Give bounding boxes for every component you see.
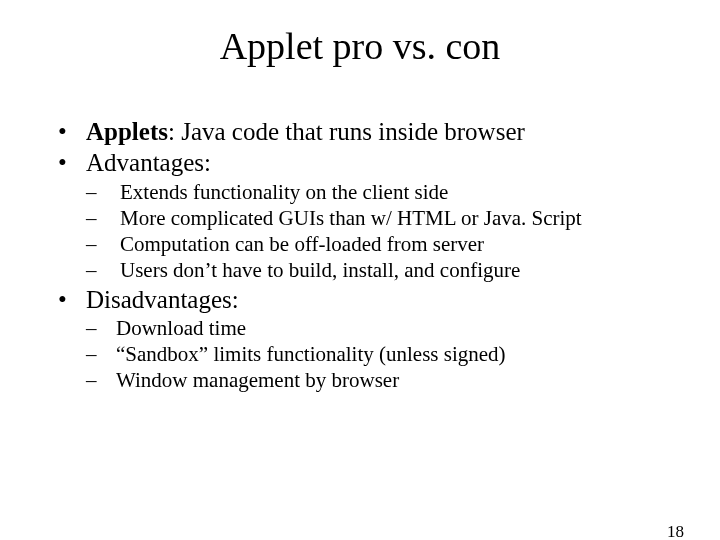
bullet-text: Disadvantages:	[86, 284, 239, 315]
dash-icon: –	[86, 367, 116, 393]
sub-item: – “Sandbox” limits functionality (unless…	[86, 341, 680, 367]
slide-body: • Applets: Java code that runs inside br…	[58, 116, 680, 394]
sub-text: “Sandbox” limits functionality (unless s…	[116, 341, 506, 367]
advantages-sublist: – Extends functionality on the client si…	[86, 179, 680, 284]
sub-item: – Users don’t have to build, install, an…	[86, 257, 680, 283]
sub-text: More complicated GUIs than w/ HTML or Ja…	[120, 205, 582, 231]
dash-icon: –	[86, 315, 116, 341]
slide: Applet pro vs. con • Applets: Java code …	[0, 24, 720, 540]
sub-item: – Download time	[86, 315, 680, 341]
page-number: 18	[667, 522, 684, 540]
bullet-item-advantages: • Advantages:	[58, 147, 680, 178]
bullet-icon: •	[58, 147, 86, 178]
bullet-item-disadvantages: • Disadvantages:	[58, 284, 680, 315]
sub-text: Window management by browser	[116, 367, 399, 393]
applets-label: Applets	[86, 118, 168, 145]
bullet-icon: •	[58, 284, 86, 315]
slide-title: Applet pro vs. con	[0, 24, 720, 68]
sub-item: – More complicated GUIs than w/ HTML or …	[86, 205, 680, 231]
bullet-icon: •	[58, 116, 86, 147]
dash-icon: –	[86, 257, 120, 283]
sub-text: Users don’t have to build, install, and …	[120, 257, 520, 283]
dash-icon: –	[86, 231, 120, 257]
sub-text: Download time	[116, 315, 246, 341]
sub-item: – Window management by browser	[86, 367, 680, 393]
bullet-text: Advantages:	[86, 147, 211, 178]
sub-item: – Extends functionality on the client si…	[86, 179, 680, 205]
bullet-item-applets: • Applets: Java code that runs inside br…	[58, 116, 680, 147]
disadvantages-sublist: – Download time – “Sandbox” limits funct…	[86, 315, 680, 394]
bullet-text: Applets: Java code that runs inside brow…	[86, 116, 525, 147]
dash-icon: –	[86, 179, 120, 205]
sub-item: – Computation can be off-loaded from ser…	[86, 231, 680, 257]
sub-text: Extends functionality on the client side	[120, 179, 448, 205]
dash-icon: –	[86, 341, 116, 367]
sub-text: Computation can be off-loaded from serve…	[120, 231, 484, 257]
dash-icon: –	[86, 205, 120, 231]
applets-def: : Java code that runs inside browser	[168, 118, 525, 145]
